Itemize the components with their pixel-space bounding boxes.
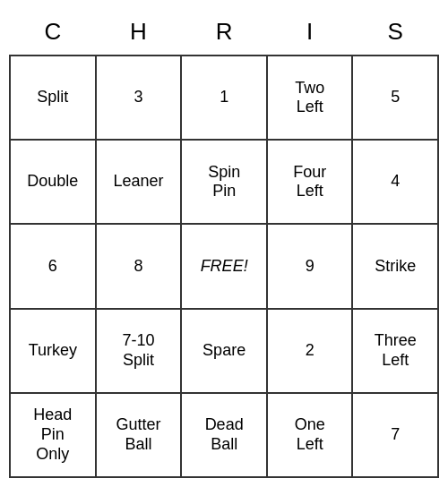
table-cell: Strike	[352, 224, 438, 308]
table-cell: 4	[352, 140, 438, 224]
table-row: 68FREE!9Strike	[10, 224, 438, 308]
col-r: R	[181, 9, 267, 56]
table-cell: FREE!	[181, 224, 267, 308]
col-c: C	[10, 9, 96, 56]
table-cell: 2	[267, 309, 352, 393]
table-cell: TwoLeft	[267, 56, 352, 140]
table-cell: HeadPinOnly	[10, 393, 96, 477]
table-cell: OneLeft	[267, 393, 352, 477]
table-cell: GutterBall	[96, 393, 182, 477]
table-cell: 9	[267, 224, 352, 308]
col-s: S	[352, 9, 438, 56]
bingo-card: C H R I S Split31TwoLeft5DoubleLeanerSpi…	[9, 9, 439, 478]
table-cell: Split	[10, 56, 96, 140]
table-cell: 1	[181, 56, 267, 140]
header-row: C H R I S	[10, 9, 438, 56]
bingo-table: C H R I S Split31TwoLeft5DoubleLeanerSpi…	[9, 9, 439, 478]
table-cell: 8	[96, 224, 182, 308]
table-cell: Leaner	[96, 140, 182, 224]
table-cell: 7-10Split	[96, 309, 182, 393]
table-row: DoubleLeanerSpinPinFourLeft4	[10, 140, 438, 224]
table-cell: Double	[10, 140, 96, 224]
table-row: HeadPinOnlyGutterBallDeadBallOneLeft7	[10, 393, 438, 477]
table-cell: Turkey	[10, 309, 96, 393]
table-cell: ThreeLeft	[352, 309, 438, 393]
table-cell: 5	[352, 56, 438, 140]
table-cell: 6	[10, 224, 96, 308]
table-row: Split31TwoLeft5	[10, 56, 438, 140]
col-h: H	[96, 9, 182, 56]
table-cell: FourLeft	[267, 140, 352, 224]
col-i: I	[267, 9, 352, 56]
table-cell: 7	[352, 393, 438, 477]
table-cell: 3	[96, 56, 182, 140]
table-row: Turkey7-10SplitSpare2ThreeLeft	[10, 309, 438, 393]
table-cell: SpinPin	[181, 140, 267, 224]
table-cell: DeadBall	[181, 393, 267, 477]
table-cell: Spare	[181, 309, 267, 393]
